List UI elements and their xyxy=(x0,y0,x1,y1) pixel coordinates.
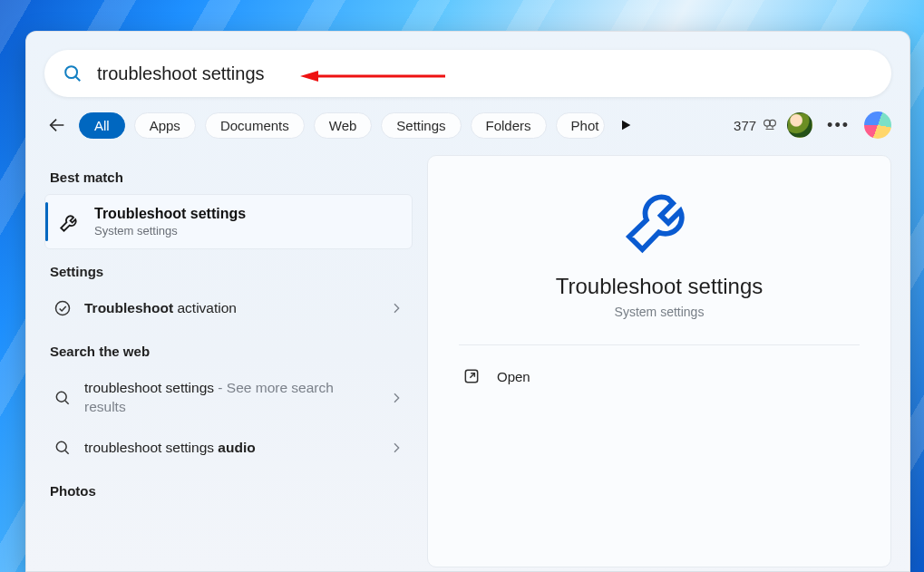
result-troubleshoot-activation[interactable]: Troubleshoot activation xyxy=(44,288,413,329)
chevron-right-icon xyxy=(389,441,404,455)
svg-line-12 xyxy=(65,451,69,454)
detail-hero: Troubleshoot settings System settings xyxy=(459,181,860,345)
search-icon xyxy=(53,439,72,457)
result-text: troubleshoot settings - See more search … xyxy=(84,379,376,417)
detail-title: Troubleshoot settings xyxy=(556,274,764,299)
chevron-right-icon xyxy=(389,391,404,405)
tab-web[interactable]: Web xyxy=(314,112,373,139)
svg-marker-5 xyxy=(622,121,630,131)
rewards-points[interactable]: 377 xyxy=(734,117,778,133)
svg-line-1 xyxy=(76,77,81,82)
result-web-audio[interactable]: troubleshoot settings audio xyxy=(44,428,413,469)
svg-point-0 xyxy=(65,66,77,78)
open-action[interactable]: Open xyxy=(459,345,860,407)
tab-all[interactable]: All xyxy=(79,112,125,139)
detail-pane: Troubleshoot settings System settings Op… xyxy=(427,155,891,567)
search-flyout: All Apps Documents Web Settings Folders … xyxy=(25,31,910,572)
tab-folders[interactable]: Folders xyxy=(471,112,547,139)
svg-point-8 xyxy=(56,302,70,315)
detail-subtitle: System settings xyxy=(615,305,705,319)
tab-documents[interactable]: Documents xyxy=(205,112,305,139)
tab-settings[interactable]: Settings xyxy=(381,112,461,139)
back-button[interactable] xyxy=(44,112,70,138)
section-search-web-label: Search the web xyxy=(44,329,413,368)
wrench-icon xyxy=(620,181,698,259)
rewards-points-value: 377 xyxy=(734,118,756,133)
search-input[interactable] xyxy=(95,63,873,85)
selection-indicator xyxy=(45,202,48,241)
result-text: troubleshoot settings audio xyxy=(84,439,376,458)
copilot-button[interactable] xyxy=(864,111,891,139)
section-photos-label: Photos xyxy=(44,469,413,508)
best-match-result[interactable]: Troubleshoot settings System settings xyxy=(44,194,413,249)
best-match-title: Troubleshoot settings xyxy=(94,206,246,222)
content-area: Best match Troubleshoot settings System … xyxy=(26,148,909,567)
results-list: Best match Troubleshoot settings System … xyxy=(44,155,413,567)
section-settings-label: Settings xyxy=(44,249,413,288)
section-best-match-label: Best match xyxy=(44,155,413,194)
result-text: Troubleshoot activation xyxy=(84,299,376,318)
scroll-right-button[interactable] xyxy=(614,113,637,137)
tab-photos[interactable]: Phot xyxy=(556,112,606,139)
account-avatar[interactable] xyxy=(787,112,812,138)
result-web-see-more[interactable]: troubleshoot settings - See more search … xyxy=(44,368,413,428)
svg-point-11 xyxy=(56,442,66,452)
filter-tabs-row: All Apps Documents Web Settings Folders … xyxy=(26,108,909,148)
search-icon xyxy=(63,63,83,83)
chevron-right-icon xyxy=(389,301,404,315)
more-options-button[interactable]: ••• xyxy=(822,116,855,135)
search-icon xyxy=(53,389,72,407)
trophy-icon xyxy=(762,117,778,133)
svg-line-10 xyxy=(65,401,69,404)
search-bar[interactable] xyxy=(44,50,891,97)
tab-apps[interactable]: Apps xyxy=(134,112,196,139)
open-label: Open xyxy=(497,369,530,384)
best-match-text: Troubleshoot settings System settings xyxy=(94,206,246,238)
wrench-icon xyxy=(58,210,82,234)
svg-point-9 xyxy=(56,392,66,402)
checkmark-circle-icon xyxy=(53,299,72,317)
open-external-icon xyxy=(462,367,481,385)
best-match-subtitle: System settings xyxy=(94,224,246,238)
